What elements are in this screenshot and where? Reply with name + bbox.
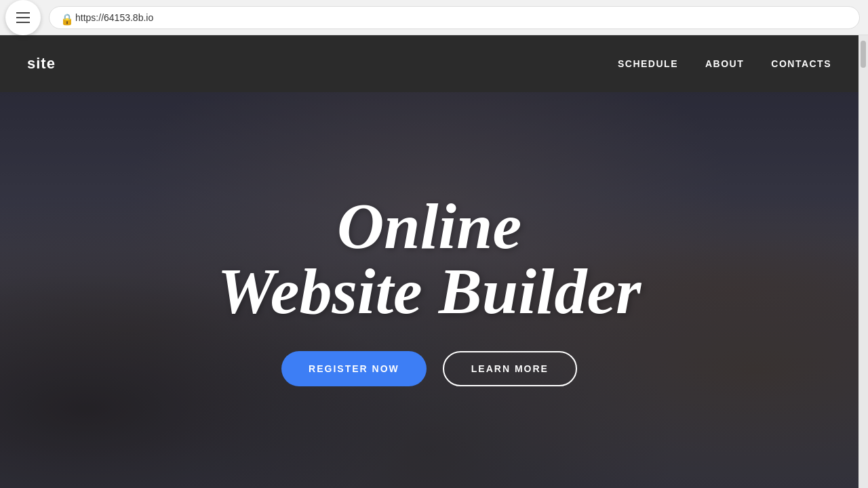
hero-buttons: REGISTER NOW LEARN MORE — [281, 351, 577, 386]
website-content: site SCHEDULE ABOUT CONTACTS Online Webs… — [0, 35, 859, 488]
lock-icon: 🔒 — [60, 13, 70, 22]
menu-button[interactable] — [5, 0, 41, 35]
site-nav: site SCHEDULE ABOUT CONTACTS — [0, 35, 859, 92]
hero-section: Online Website Builder REGISTER NOW LEAR… — [0, 92, 859, 488]
nav-link-about[interactable]: ABOUT — [705, 58, 744, 69]
nav-link-contacts[interactable]: CONTACTS — [771, 58, 831, 69]
browser-chrome: 🔒 https://64153.8b.io — [0, 0, 868, 35]
browser-scrollbar[interactable] — [859, 0, 868, 488]
address-bar-input[interactable]: https://64153.8b.io — [75, 12, 848, 23]
hero-title-line2: Website Builder — [218, 255, 642, 327]
scrollbar-thumb[interactable] — [861, 41, 866, 68]
hero-title: Online Website Builder — [218, 194, 642, 324]
hero-text-block: Online Website Builder — [218, 194, 642, 324]
nav-link-schedule[interactable]: SCHEDULE — [618, 58, 678, 69]
address-bar-container: 🔒 https://64153.8b.io — [49, 6, 860, 29]
site-logo: site — [27, 55, 56, 73]
learn-more-button[interactable]: LEARN MORE — [443, 351, 577, 386]
register-now-button[interactable]: REGISTER NOW — [281, 351, 427, 386]
nav-links: SCHEDULE ABOUT CONTACTS — [618, 58, 831, 69]
hero-title-line1: Online — [337, 190, 521, 262]
